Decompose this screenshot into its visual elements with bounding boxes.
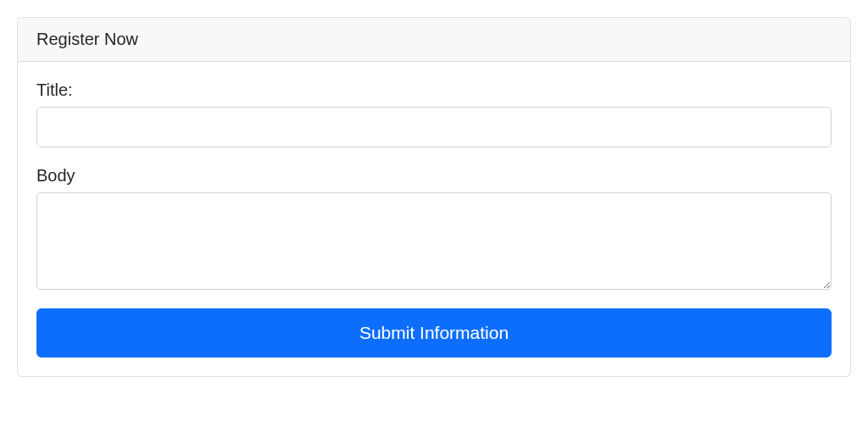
title-group: Title:	[36, 80, 832, 147]
body-textarea[interactable]	[36, 192, 832, 290]
body-group: Body	[36, 166, 832, 290]
submit-button[interactable]: Submit Information	[36, 308, 832, 358]
card-body: Title: Body Submit Information	[18, 62, 850, 376]
title-label: Title:	[36, 80, 832, 100]
register-card: Register Now Title: Body Submit Informat…	[17, 17, 851, 377]
card-header: Register Now	[18, 18, 850, 62]
body-label: Body	[36, 166, 832, 186]
title-input[interactable]	[36, 107, 832, 147]
